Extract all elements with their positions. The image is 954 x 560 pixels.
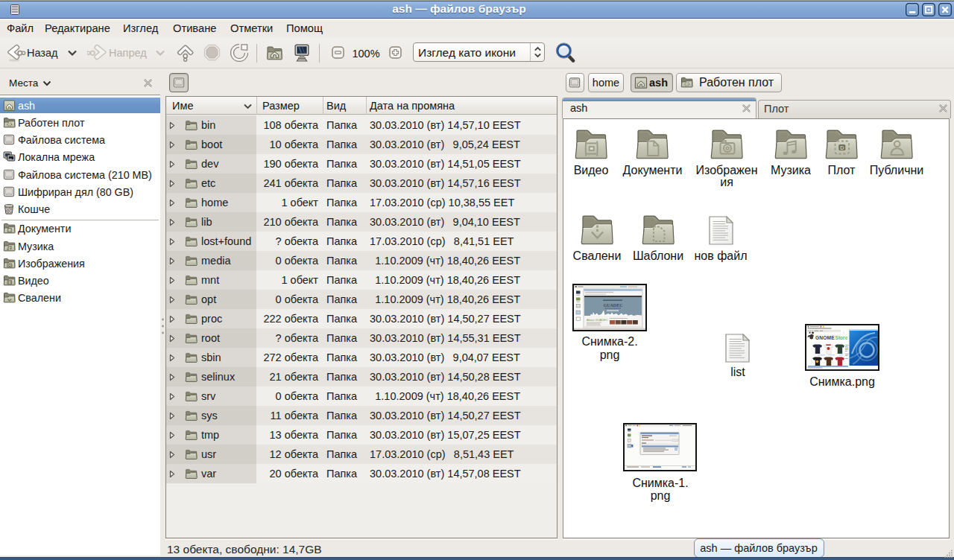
svg-text:About GUADEC: About GUADEC	[587, 318, 608, 322]
svg-text:D: D	[840, 144, 844, 150]
svg-text:GUADEC: GUADEC	[603, 303, 622, 308]
svg-text:GNOME: GNOME	[815, 335, 835, 340]
